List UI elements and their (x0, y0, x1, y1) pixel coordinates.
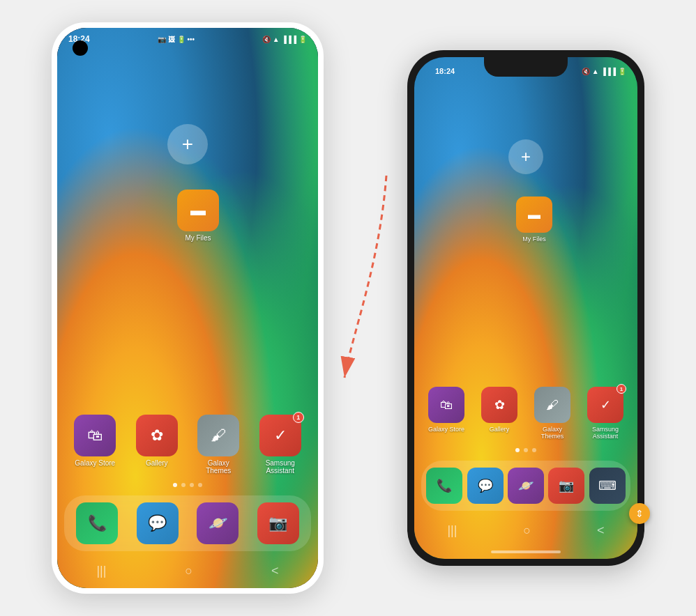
status-icons-1: 📷 🖼 🔋 ••• (158, 36, 195, 43)
assistant-badge-2: 1 (616, 384, 626, 394)
dot-4 (198, 483, 202, 487)
messages-shape: 💬 (148, 514, 167, 532)
gallery-app-2[interactable]: ✿ Gallery (473, 387, 526, 440)
more-icon-status: ••• (188, 36, 195, 43)
phone1-samsung: 18:24 📷 🖼 🔋 ••• 🔇 ▲ ▐▐▐ 🔋 (52, 22, 324, 594)
battery-icon-status: 🔋 (177, 36, 186, 43)
right-icons-1: 🔇 ▲ ▐▐▐ 🔋 (262, 36, 307, 43)
camera-shape: 📷 (268, 514, 287, 532)
gallery-icon-2[interactable]: ✿ (481, 387, 517, 423)
samsung-assistant-icon[interactable]: ✓ 1 (259, 415, 301, 456)
messages-dock-app-2[interactable]: 💬 (466, 468, 504, 504)
galaxy-store-icon-2[interactable]: 🛍 (428, 387, 464, 423)
dot-2 (181, 483, 186, 487)
plus-icon-2: + (521, 147, 531, 167)
arrow-area (324, 22, 407, 594)
bixby-dock-icon[interactable]: 🪐 (197, 502, 239, 544)
samsung-assistant-label: Samsung Assistant (266, 459, 295, 475)
files-shape-2: ▬ (528, 208, 540, 222)
messages-dock-icon-2[interactable]: 💬 (467, 468, 504, 504)
gallery-app[interactable]: ✿ Gallery (126, 415, 188, 475)
assistant-shape-2: ✓ (600, 397, 611, 413)
nav-home-2[interactable]: ○ (523, 523, 531, 538)
time-2: 18:24 (435, 67, 455, 75)
messages-shape-2: 💬 (478, 478, 493, 493)
galaxy-themes-icon-2[interactable]: 🖌 (534, 387, 570, 423)
nav-recent-1[interactable]: ||| (96, 564, 106, 578)
app-grid-2: 🛍 Galaxy Store ✿ Gallery 🖌 (414, 387, 637, 440)
messages-dock-icon[interactable]: 💬 (137, 502, 179, 544)
dock-2: 📞 💬 🪐 📷 (421, 461, 630, 511)
my-files-app-2[interactable]: ▬ My Files (431, 197, 637, 242)
camera-dock-app[interactable]: 📷 (250, 502, 308, 544)
my-files-app[interactable]: ▬ My Files (78, 190, 318, 242)
gallery-shape: ✿ (151, 426, 163, 445)
home-content-1: + ▬ My Files (57, 28, 318, 588)
page-dots-2 (414, 448, 637, 452)
mute-icon: 🔇 (262, 36, 271, 43)
galaxy-themes-icon[interactable]: 🖌 (197, 415, 239, 456)
keyboard-shape-2: ⌨ (598, 478, 616, 493)
camera-dock-app-2[interactable]: 📷 (547, 468, 585, 504)
my-files-icon-2[interactable]: ▬ (516, 197, 552, 233)
camera-dock-icon-2[interactable]: 📷 (548, 468, 584, 504)
nav-bar-1: ||| ○ < (57, 558, 318, 588)
camera-shape-2: 📷 (559, 478, 574, 493)
phone-shape-2: 📞 (437, 478, 452, 493)
dot-3 (190, 483, 194, 487)
galaxy-themes-app-2[interactable]: 🖌 Galaxy Themes (526, 387, 579, 440)
nav-recent-2[interactable]: ||| (447, 523, 457, 538)
my-files-label-2: My Files (522, 236, 546, 242)
home-bar (491, 550, 561, 553)
add-widget-section-2: + (508, 139, 543, 174)
gallery-icon[interactable]: ✿ (136, 415, 178, 456)
messages-dock-app[interactable]: 💬 (129, 502, 187, 544)
signal-icon-2: ▐▐▐ (601, 68, 616, 75)
store-shape: 🛍 (87, 426, 103, 445)
samsung-assistant-app-2[interactable]: ✓ 1 Samsung Assistant (579, 387, 632, 440)
assistant-shape: ✓ (274, 426, 287, 445)
my-files-icon[interactable]: ▬ (177, 190, 219, 231)
dock-1: 📞 💬 🪐 📷 (64, 495, 311, 551)
nav-home-1[interactable]: ○ (185, 564, 192, 578)
nav-bar-2: ||| ○ < (414, 518, 637, 548)
nav-back-2[interactable]: < (597, 523, 605, 538)
phone2-screen: 18:24 📷 🖼 ••• 🔇 ▲ ▐▐▐ 🔋 (414, 57, 637, 559)
mute-icon-2: 🔇 (582, 68, 590, 75)
app-grid-1: 🛍 Galaxy Store ✿ Gallery 🖌 (57, 415, 318, 475)
phone-dock-icon-2[interactable]: 📞 (426, 468, 462, 504)
keyboard-dock-icon-2[interactable]: ⌨ (589, 468, 626, 504)
phone-dock-icon[interactable]: 📞 (76, 502, 118, 544)
samsung-assistant-app[interactable]: ✓ 1 Samsung Assistant (250, 415, 312, 475)
themes-shape-2: 🖌 (546, 398, 559, 413)
assistant-badge: 1 (293, 412, 304, 423)
phone-dock-app-2[interactable]: 📞 (425, 468, 463, 504)
galaxy-store-app[interactable]: 🛍 Galaxy Store (64, 415, 126, 475)
scroll-fab[interactable]: ⇕ (629, 503, 650, 524)
camera-dock-icon[interactable]: 📷 (257, 502, 299, 544)
add-widget-button[interactable]: + (167, 124, 208, 164)
galaxy-store-icon[interactable]: 🛍 (74, 415, 116, 456)
galaxy-themes-app[interactable]: 🖌 Galaxy Themes (188, 415, 250, 475)
gallery-icon-status: 🖼 (168, 36, 175, 43)
samsung-assistant-icon-2[interactable]: ✓ 1 (587, 387, 623, 423)
themes-shape: 🖌 (211, 426, 226, 445)
wifi-icon: ▲ (273, 36, 280, 43)
bixby-dock-icon-2[interactable]: 🪐 (508, 468, 544, 504)
add-widget-button-2[interactable]: + (508, 139, 543, 174)
bixby-dock-app-2[interactable]: 🪐 (507, 468, 545, 504)
notch (484, 57, 568, 77)
phone-dock-app[interactable]: 📞 (68, 502, 126, 544)
signal-icon: ▐▐▐ (282, 36, 296, 43)
samsung-assistant-label-2: Samsung Assistant (592, 426, 619, 440)
nav-back-1[interactable]: < (271, 564, 279, 578)
dot-2-3 (532, 448, 536, 452)
galaxy-store-app-2[interactable]: 🛍 Galaxy Store (420, 387, 473, 440)
keyboard-dock-app-2[interactable]: ⌨ (589, 468, 626, 504)
galaxy-store-label: Galaxy Store (75, 459, 115, 467)
phone1-screen: 18:24 📷 🖼 🔋 ••• 🔇 ▲ ▐▐▐ 🔋 (57, 28, 318, 588)
status-bar-1: 18:24 📷 🖼 🔋 ••• 🔇 ▲ ▐▐▐ 🔋 (57, 28, 318, 50)
gallery-label: Gallery (146, 459, 168, 467)
store-shape-2: 🛍 (440, 398, 453, 413)
bixby-dock-app[interactable]: 🪐 (189, 502, 247, 544)
